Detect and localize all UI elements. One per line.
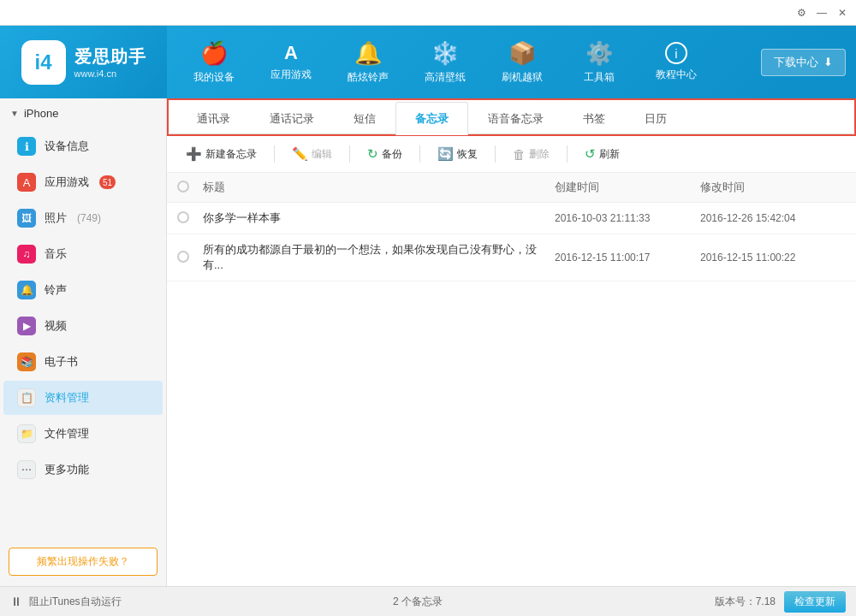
header-checkbox[interactable] — [177, 181, 189, 192]
nav-my-device[interactable]: 🍎 我的设备 — [175, 30, 253, 94]
tab-contacts[interactable]: 通讯录 — [177, 102, 250, 135]
status-left: ⏸ 阻止iTunes自动运行 — [10, 595, 122, 609]
restore-button[interactable]: 🔄 恢复 — [429, 143, 486, 165]
sidebar: ▼ iPhone ℹ 设备信息 A 应用游戏 51 🖼 照片 (749) ♫ 音… — [0, 98, 167, 586]
photos-icon: 🖼 — [17, 209, 36, 228]
row-checkbox-2[interactable] — [177, 251, 203, 265]
tab-sms[interactable]: 短信 — [334, 102, 395, 135]
ringtone-icon: 🔔 — [17, 281, 36, 299]
tutorials-label: 教程中心 — [656, 68, 697, 82]
tab-calendar[interactable]: 日历 — [625, 102, 687, 135]
sidebar-item-file-mgr[interactable]: 📁 文件管理 — [3, 417, 163, 451]
wallpaper-icon: ❄️ — [431, 40, 459, 67]
backup-icon: ↻ — [367, 146, 378, 162]
table-row[interactable]: 你多学一样本事 2016-10-03 21:11:33 2016-12-26 1… — [167, 203, 856, 234]
tab-bookmarks[interactable]: 书签 — [563, 102, 625, 135]
minimize-icon[interactable]: — — [815, 6, 829, 20]
app-badge: 51 — [99, 175, 116, 189]
nav-app-games[interactable]: A 应用游戏 — [253, 30, 330, 94]
ringtones-label: 酷炫铃声 — [348, 70, 389, 85]
settings-icon[interactable]: ⚙ — [794, 6, 808, 20]
app-url: www.i4.cn — [74, 68, 146, 79]
row-checkbox-1[interactable] — [177, 211, 203, 226]
plus-icon: ➕ — [186, 146, 202, 162]
itunes-icon: ⏸ — [10, 595, 22, 608]
note-title-2: 所有的成功都源自于最初的一个想法，如果你发现自己没有野心，没有... — [203, 242, 555, 273]
toolbox-label: 工具箱 — [584, 70, 615, 85]
new-note-button[interactable]: ➕ 新建备忘录 — [177, 143, 265, 165]
close-icon[interactable]: ✕ — [835, 6, 849, 20]
sidebar-item-more[interactable]: ⋯ 更多功能 — [3, 453, 163, 487]
my-device-icon: 🍎 — [200, 40, 228, 67]
count-label: 2 个备忘录 — [393, 595, 443, 607]
refresh-icon: ↺ — [585, 146, 596, 162]
delete-button[interactable]: 🗑 删除 — [504, 144, 558, 165]
itunes-label[interactable]: 阻止iTunes自动运行 — [29, 595, 122, 609]
edit-button[interactable]: ✏️ 编辑 — [283, 143, 341, 165]
app-games-label: 应用游戏 — [270, 68, 312, 82]
sidebar-item-app-games[interactable]: A 应用游戏 51 — [3, 165, 163, 199]
check-all[interactable] — [177, 181, 203, 195]
restore-icon: 🔄 — [437, 146, 454, 162]
status-right: 版本号：7.18 检查更新 — [715, 591, 846, 613]
ebook-icon: 📚 — [17, 352, 36, 371]
info-icon: ℹ — [17, 137, 36, 156]
edit-icon: ✏️ — [292, 146, 308, 162]
music-icon: ♫ — [17, 245, 36, 264]
note-created-2: 2016-12-15 11:00:17 — [555, 252, 700, 264]
toolbar-separator-5 — [567, 145, 568, 163]
sidebar-bottom: 频繁出现操作失败？ — [0, 537, 166, 586]
nav-items: 🍎 我的设备 A 应用游戏 🔔 酷炫铃声 ❄️ 高清壁纸 📦 刷机越狱 ⚙️ — [175, 26, 715, 98]
toolbar-separator-3 — [419, 145, 420, 163]
note-title-1: 你多学一样本事 — [203, 210, 555, 226]
table-header: 标题 创建时间 修改时间 — [167, 173, 856, 203]
more-icon: ⋯ — [17, 460, 36, 479]
jailbreak-label: 刷机越狱 — [502, 70, 543, 85]
window-controls: ⚙ — ✕ — [794, 6, 849, 20]
tab-notes[interactable]: 备忘录 — [395, 102, 468, 135]
content-area: 通讯录 通话记录 短信 备忘录 语音备忘录 书签 日历 ➕ 新建备忘录 ✏️ 编… — [167, 98, 856, 586]
status-center: 2 个备忘录 — [122, 595, 715, 609]
toolbar-separator-2 — [349, 145, 350, 163]
note-created-1: 2016-10-03 21:11:33 — [555, 212, 700, 224]
table-row[interactable]: 所有的成功都源自于最初的一个想法，如果你发现自己没有野心，没有... 2016-… — [167, 234, 856, 281]
sidebar-item-data-mgr[interactable]: 📋 资料管理 — [3, 381, 163, 415]
sidebar-item-ringtone[interactable]: 🔔 铃声 — [3, 273, 163, 307]
backup-button[interactable]: ↻ 备份 — [359, 143, 411, 165]
trouble-button[interactable]: 频繁出现操作失败？ — [9, 548, 158, 576]
sidebar-item-device-info[interactable]: ℹ 设备信息 — [3, 129, 163, 163]
nav-tutorials[interactable]: i 教程中心 — [638, 30, 715, 94]
toolbox-icon: ⚙️ — [586, 40, 613, 67]
sidebar-item-photos[interactable]: 🖼 照片 (749) — [3, 201, 163, 235]
refresh-button[interactable]: ↺ 刷新 — [576, 143, 628, 165]
nav-jailbreak[interactable]: 📦 刷机越狱 — [484, 30, 561, 94]
ringtones-icon: 🔔 — [354, 40, 382, 67]
file-mgr-icon: 📁 — [17, 424, 36, 443]
status-bar: ⏸ 阻止iTunes自动运行 2 个备忘录 版本号：7.18 检查更新 — [0, 586, 856, 616]
app-name: 爱思助手 — [74, 45, 146, 68]
tab-call-log[interactable]: 通话记录 — [250, 102, 334, 135]
nav-toolbox[interactable]: ⚙️ 工具箱 — [561, 30, 638, 94]
data-mgr-icon: 📋 — [17, 388, 36, 407]
delete-icon: 🗑 — [513, 147, 526, 162]
sidebar-item-music[interactable]: ♫ 音乐 — [3, 237, 163, 271]
check-update-button[interactable]: 检查更新 — [784, 591, 846, 613]
sidebar-item-video[interactable]: ▶ 视频 — [3, 309, 163, 343]
app-games-icon: A — [284, 42, 298, 64]
nav-ringtones[interactable]: 🔔 酷炫铃声 — [330, 30, 407, 94]
note-modified-1: 2016-12-26 15:42:04 — [700, 212, 846, 224]
tab-voice-memo[interactable]: 语音备忘录 — [468, 102, 563, 135]
app-games-sidebar-icon: A — [17, 173, 36, 192]
logo-area: i4 爱思助手 www.i4.cn — [0, 26, 167, 98]
note-modified-2: 2016-12-15 11:00:22 — [700, 252, 846, 264]
sidebar-item-ebook[interactable]: 📚 电子书 — [3, 345, 163, 379]
logo-text: 爱思助手 www.i4.cn — [74, 45, 146, 79]
nav-wallpaper[interactable]: ❄️ 高清壁纸 — [407, 30, 484, 94]
toolbar-separator-1 — [274, 145, 275, 163]
main-layout: ▼ iPhone ℹ 设备信息 A 应用游戏 51 🖼 照片 (749) ♫ 音… — [0, 98, 856, 586]
logo-icon: i4 — [21, 40, 66, 85]
my-device-label: 我的设备 — [193, 70, 235, 85]
header: i4 爱思助手 www.i4.cn 🍎 我的设备 A 应用游戏 🔔 酷炫铃声 ❄ — [0, 26, 856, 98]
download-btn[interactable]: 下载中心 ⬇ — [761, 49, 846, 76]
tutorials-icon: i — [665, 42, 687, 64]
